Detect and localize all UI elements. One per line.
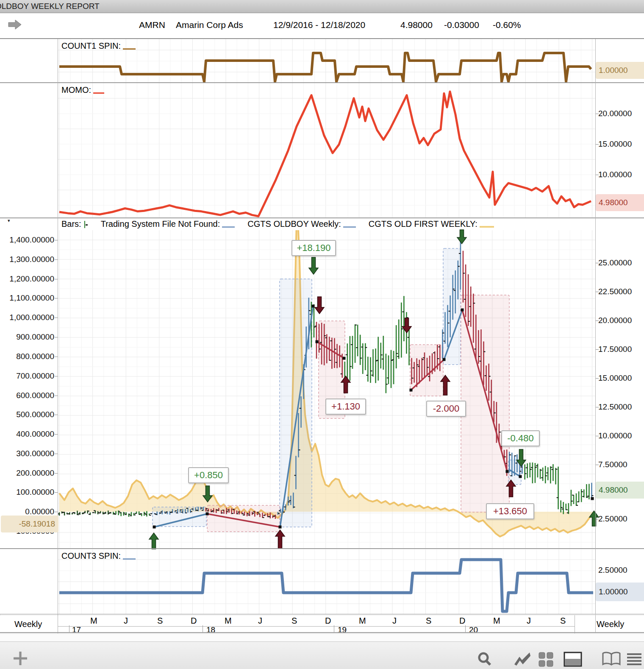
count1-spin-line [59,53,591,82]
chart-canvas [0,0,644,669]
separator [0,217,644,218]
symbol-name: Amarin Corp Ads [176,20,243,30]
signal-label: +13.650 [486,503,534,519]
legend-cgts-old-first: CGTS OLD FIRST WEEKLY: [369,219,494,229]
count3-panel-label: COUNT3 SPIN: [61,551,136,561]
momo-panel-label: MOMO: [61,85,104,95]
trendlines [153,305,594,529]
separator [0,632,644,633]
count3-color-swatch [123,557,136,560]
right-gutter-border [595,39,596,633]
symbol: AMRN [139,20,165,30]
quote-header: AMRN Amarin Corp Ads 12/9/2016 - 12/18/2… [0,13,644,39]
count1-panel-label: COUNT1 SPIN: [61,41,136,51]
count3-tick: 2.50000 [598,566,627,575]
left-axis-chip: -58.19018 [1,516,58,532]
left-gutter-border [58,39,58,633]
momo-grid [58,83,595,218]
signal-label: -2.000 [426,401,466,417]
legend-trading-system: Trading System File Not Found: [101,219,235,229]
date-range: 12/9/2016 - 12/18/2020 [273,20,365,30]
count3-value-chip: 1.00000 [596,583,644,601]
momo-line [59,92,591,216]
main-legend: Bars: Trading System File Not Found: CGT… [61,219,494,229]
signal-label: +0.850 [188,467,229,483]
price-change-pct: -0.60% [493,20,521,30]
momo-color-swatch [93,91,104,94]
last-price: 4.98000 [400,20,433,30]
trading-system-swatch [222,225,235,228]
legend-cgts-oldboy: CGTS OLDBOY Weekly: [247,219,355,229]
signal-label: +1.130 [325,399,366,415]
legend-bars: Bars: [61,219,88,229]
main-last-price-chip: 4.98000 [596,482,644,499]
separator [0,614,644,614]
window-title: OLDBOY WEEKLY REPORT [0,2,100,11]
forward-arrow-icon[interactable] [8,19,22,30]
bar-glyph-icon [83,221,88,228]
cgts-oldboy-swatch [343,225,356,228]
signal-label: +18.190 [291,240,336,256]
signal-label: -0.480 [501,430,540,446]
count1-value-chip: 1.00000 [596,62,644,79]
separator [0,82,644,83]
oldboy-weekly-report-window: OLDBOY WEEKLY REPORT AMRN Amarin Corp Ad… [0,0,644,669]
separator [0,548,644,549]
count3-grid [58,549,595,614]
price-change: -0.03000 [444,20,479,30]
momo-value-chip: 4.98000 [596,194,644,211]
count1-color-swatch [123,47,136,50]
cgts-old-first-swatch [480,224,494,228]
title-bar[interactable]: OLDBOY WEEKLY REPORT [0,0,644,13]
